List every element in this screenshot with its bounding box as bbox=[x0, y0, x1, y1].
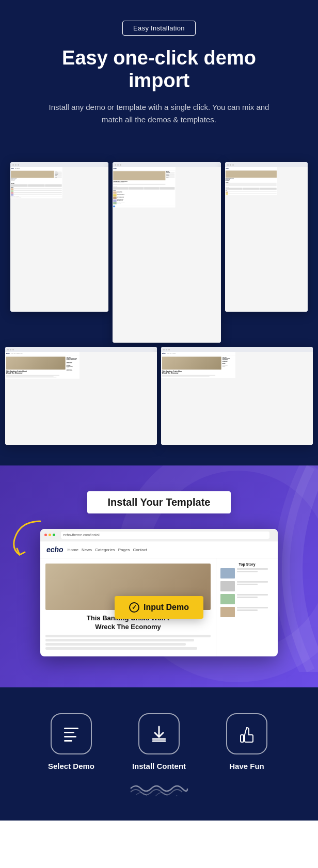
wave-decoration bbox=[10, 781, 308, 800]
sidebar-item bbox=[220, 607, 274, 617]
step-have-fun: Have Fun bbox=[208, 713, 285, 770]
browser-dot bbox=[7, 349, 9, 350]
step-label-install: Install Content bbox=[132, 762, 186, 770]
sidebar-text bbox=[237, 581, 268, 591]
install-badge: Install Your Template bbox=[87, 491, 231, 513]
mini-site-3: echo Banking Crisis WonWreck TheEconomy … bbox=[225, 167, 277, 195]
browser-bar-3 bbox=[225, 162, 308, 167]
demo-single-content-1: echo Home News Categories Pages This Ban… bbox=[5, 352, 157, 445]
svg-rect-0 bbox=[64, 728, 78, 729]
browser-dot bbox=[168, 349, 170, 350]
browser-bar-2 bbox=[113, 162, 221, 167]
sidebar-text bbox=[237, 607, 268, 617]
browser-dot bbox=[15, 164, 17, 166]
nav-item: News bbox=[82, 548, 92, 552]
mockup-sidebar: Top Story bbox=[216, 558, 278, 656]
mini-logo-3: echo bbox=[226, 168, 228, 170]
mockup-browser-bar: echo-theme.com/install bbox=[40, 529, 278, 541]
demo-content-1: echo Home News Cat Banking WontWreck The… bbox=[10, 167, 108, 312]
browser-dot bbox=[115, 164, 116, 166]
browser-dot bbox=[227, 164, 229, 166]
nav-item: Contact bbox=[133, 548, 147, 552]
browser-dot bbox=[120, 164, 121, 166]
browser-bar-1 bbox=[10, 162, 108, 167]
browser-dot bbox=[117, 164, 119, 166]
browser-dot bbox=[166, 349, 167, 350]
browser-dot bbox=[10, 349, 11, 350]
mockup-logo: echo bbox=[46, 545, 63, 554]
sidebar-item bbox=[220, 581, 274, 591]
browser-bar-s2 bbox=[161, 347, 313, 352]
sidebar-thumb bbox=[220, 594, 235, 604]
demo-row-2-section: echo Home News Categories Pages This Ban… bbox=[0, 343, 318, 465]
svg-rect-1 bbox=[64, 732, 74, 733]
install-mockup: echo-theme.com/install echo Home News Ca… bbox=[40, 529, 278, 656]
steps-section: Select Demo Install Content bbox=[0, 687, 318, 821]
arrow-decoration bbox=[9, 519, 45, 562]
select-demo-icon-box bbox=[51, 713, 92, 754]
steps-row: Select Demo Install Content bbox=[10, 713, 308, 770]
step-install-content: Install Content bbox=[120, 713, 198, 770]
step-label-fun: Have Fun bbox=[229, 762, 264, 770]
nav-item: Home bbox=[68, 548, 78, 552]
main-subtitle: Install any demo or template with a sing… bbox=[45, 101, 273, 126]
text-line bbox=[45, 643, 186, 646]
text-line bbox=[45, 647, 197, 650]
easy-install-badge: Easy Installation bbox=[122, 21, 196, 36]
mini-site-2: echo Home News Cat This Banking Crisis W… bbox=[113, 167, 176, 207]
text-line bbox=[45, 639, 194, 641]
step-select-demo: Select Demo bbox=[33, 713, 110, 770]
demo-card-2[interactable]: echo Home News Cat This Banking Crisis W… bbox=[113, 162, 221, 343]
demo-card-1[interactable]: echo Home News Cat Banking WontWreck The… bbox=[10, 162, 108, 312]
demo-single-content-2: echo Home News Categories This Banking C… bbox=[161, 352, 313, 445]
sidebar-text bbox=[237, 568, 268, 578]
sidebar-item bbox=[220, 594, 274, 604]
nav-item: Pages bbox=[118, 548, 130, 552]
mockup-nav: Home News Categories Pages Contact bbox=[68, 548, 147, 552]
browser-dot bbox=[18, 164, 19, 166]
step-label-select: Select Demo bbox=[48, 762, 94, 770]
sidebar-text bbox=[237, 594, 268, 604]
browser-dot-green bbox=[53, 534, 55, 536]
mockup-site-header: echo Home News Categories Pages Contact bbox=[40, 541, 278, 558]
svg-rect-2 bbox=[64, 736, 76, 737]
sidebar-thumb bbox=[220, 607, 235, 617]
browser-dot bbox=[230, 164, 231, 166]
sidebar-thumb bbox=[220, 568, 235, 578]
demo-content-3: echo Banking Crisis WonWreck TheEconomy … bbox=[225, 167, 308, 312]
demo-card-3[interactable]: echo Banking Crisis WonWreck TheEconomy … bbox=[225, 162, 308, 312]
demo-content-2: echo Home News Cat This Banking Crisis W… bbox=[113, 167, 221, 343]
nav-item: Categories bbox=[95, 548, 115, 552]
main-title: Easy one-click demo import bbox=[15, 47, 303, 92]
browser-dot bbox=[232, 164, 234, 166]
text-line bbox=[45, 635, 211, 637]
sidebar-item bbox=[220, 568, 274, 578]
have-fun-icon-box bbox=[226, 713, 267, 754]
svg-rect-4 bbox=[241, 735, 244, 742]
input-demo-overlay: This Banking Crisis Won't Wreck The Econ… bbox=[40, 558, 278, 656]
install-section: Install Your Template echo-theme.com/ins… bbox=[0, 465, 318, 687]
list-icon bbox=[62, 725, 81, 743]
browser-bar-s1 bbox=[5, 347, 157, 352]
mini-site-s2: echo Home News Categories This Banking C… bbox=[161, 352, 235, 378]
svg-rect-3 bbox=[64, 740, 72, 742]
install-content-icon-box bbox=[138, 713, 180, 754]
mini-logo: echo bbox=[11, 168, 13, 170]
demo-single-card-1[interactable]: echo Home News Categories Pages This Ban… bbox=[5, 347, 157, 445]
demo-single-card-2[interactable]: echo Home News Categories This Banking C… bbox=[161, 347, 313, 445]
browser-dot bbox=[12, 164, 14, 166]
url-bar: echo-theme.com/install bbox=[61, 532, 269, 539]
browser-dot-yellow bbox=[49, 534, 51, 536]
demo-previews-section: echo Home News Cat Banking WontWreck The… bbox=[0, 152, 318, 343]
browser-dot bbox=[12, 349, 14, 350]
sidebar-title: Top Story bbox=[220, 562, 274, 566]
mini-logo-2: echo bbox=[114, 168, 117, 170]
header-section: Easy Installation Easy one-click demo im… bbox=[0, 0, 318, 152]
input-demo-button[interactable]: ✓ Input Demo bbox=[115, 596, 203, 619]
mini-site-1: echo Home News Cat Banking WontWreck The… bbox=[10, 167, 62, 198]
browser-dot bbox=[163, 349, 165, 350]
download-icon bbox=[150, 725, 168, 743]
thumbs-up-icon bbox=[237, 725, 256, 743]
sidebar-thumb bbox=[220, 581, 235, 591]
input-demo-label: Input Demo bbox=[144, 603, 189, 612]
